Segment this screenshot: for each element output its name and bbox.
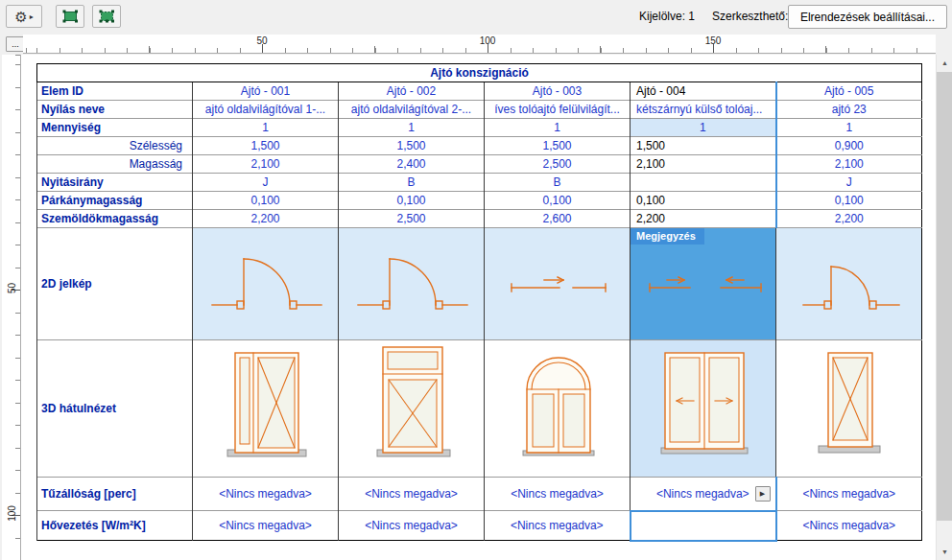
table-cell[interactable]: 2,100 (193, 155, 339, 174)
cell-value: <Nincs megadva> (656, 487, 750, 501)
table-cell[interactable]: B (485, 174, 631, 192)
table-cell[interactable]: <Nincs megadva> (193, 511, 339, 541)
table-cell[interactable]: <Nincs megadva> (485, 478, 631, 511)
table-cell[interactable]: 2,400 (339, 155, 485, 174)
table-cell-selected[interactable]: 1,500 (631, 137, 776, 155)
row-label-opening-name: Nyílás neve (37, 101, 193, 119)
table-cell-selected[interactable]: <Nincs megadva> ▶ (631, 478, 776, 511)
3d-view-cell[interactable] (193, 340, 339, 478)
table-cell[interactable]: 0,100 (776, 192, 922, 210)
settings-gear-button[interactable]: ⚙ ▸ (6, 5, 42, 28)
table-row: Mennyiség 1 1 1 1 1 (37, 119, 922, 137)
table-cell[interactable]: 2,200 (193, 210, 339, 228)
toolbar: ⚙ ▸ Kijelölve: 1 Szerkeszthető: 1 Elrend… (0, 0, 952, 33)
table-cell[interactable]: 0,100 (193, 192, 339, 210)
scroll-up-icon: ▲ (941, 59, 948, 66)
table-cell[interactable]: Ajtó - 002 (339, 82, 485, 101)
table-cell[interactable]: 1 (193, 119, 339, 137)
table-cell[interactable]: ajtó oldalvilágítóval 1-... (193, 101, 339, 119)
table-cell-selected[interactable]: 1 (631, 119, 776, 137)
table-cell[interactable]: Ajtó - 001 (193, 82, 339, 101)
3d-view-cell[interactable] (339, 340, 485, 478)
schedule-canvas[interactable]: Ajtó konszignáció Elem ID Ajtó - 001 Ajt… (21, 55, 936, 560)
table-cell[interactable]: 1 (776, 119, 922, 137)
table-cell[interactable]: íves tolóajtó felülvilágít... (485, 101, 631, 119)
table-row: Nyitásirány J B B J (37, 174, 922, 192)
layout-settings-button[interactable]: Elrendezések beállításai... (788, 5, 947, 29)
ruler-minor-ticks (23, 48, 936, 53)
table-cell[interactable]: 1,500 (485, 137, 631, 155)
table-cell[interactable]: ajtó oldalvilágítóval 2-... (339, 101, 485, 119)
gear-icon: ⚙ (14, 10, 27, 24)
table-cell[interactable]: <Nincs megadva> (339, 478, 485, 511)
table-cell-selected[interactable]: 0,100 (631, 192, 776, 210)
table-cell[interactable]: <Nincs megadva> (485, 511, 631, 541)
2d-symbol-cell[interactable] (193, 228, 339, 340)
comment-tag[interactable]: Megjegyzés (631, 228, 704, 245)
scroll-down-button[interactable]: ▼ (937, 544, 952, 560)
ruler-mark-50: 50 (256, 35, 267, 46)
table-cell[interactable]: 1,500 (339, 137, 485, 155)
table-row: Szélesség 1,500 1,500 1,500 1,500 0,900 (37, 137, 922, 155)
table-cell[interactable]: 2,200 (776, 210, 922, 228)
3d-view-cell[interactable] (485, 340, 631, 478)
table-row-2d: 2D jelkép (37, 228, 922, 340)
table-cell[interactable]: <Nincs megadva> (776, 478, 922, 511)
table-cell[interactable]: J (776, 174, 922, 192)
row-label-width: Szélesség (37, 137, 193, 155)
table-cell[interactable]: 1 (485, 119, 631, 137)
table-cell-selected[interactable]: kétszárnyú külső tolóaj... (631, 101, 776, 119)
editable-count-label: Szerkeszthető: 1 (712, 10, 797, 23)
edit-selection-button[interactable] (92, 5, 121, 28)
2d-symbol-cell[interactable] (776, 228, 922, 340)
table-cell-editing[interactable] (631, 511, 776, 541)
3d-view-cell-selected[interactable] (631, 340, 776, 478)
table-cell[interactable]: <Nincs megadva> (339, 511, 485, 541)
table-cell[interactable]: 2,600 (485, 210, 631, 228)
polygon-edit-icon (99, 10, 115, 23)
2d-symbol-cell[interactable] (339, 228, 485, 340)
table-cell[interactable]: 1 (339, 119, 485, 137)
table-cell-selected[interactable]: 2,200 (631, 210, 776, 228)
table-cell[interactable]: 2,100 (776, 155, 922, 174)
3d-view-cell[interactable] (776, 340, 922, 478)
expand-options-button[interactable]: ▶ (755, 486, 771, 502)
table-cell[interactable]: 2,500 (339, 210, 485, 228)
table-cell-selected[interactable] (631, 174, 776, 192)
ruler-mark-v100: 100 (7, 504, 17, 524)
table-cell[interactable]: J (193, 174, 339, 192)
ruler-mark-100: 100 (480, 35, 496, 46)
2d-double-sliding-door-icon (634, 236, 776, 339)
ruler-options-button[interactable]: ... (6, 36, 25, 52)
table-cell[interactable]: B (339, 174, 485, 192)
table-cell[interactable]: 0,900 (776, 137, 922, 155)
table-cell-selected[interactable]: Ajtó - 004 (631, 82, 776, 101)
scroll-up-button[interactable]: ▲ (937, 55, 952, 71)
2d-symbol-cell-selected[interactable]: Megjegyzés (631, 228, 776, 340)
table-cell[interactable]: 1,500 (193, 137, 339, 155)
table-cell-selected[interactable]: 2,100 (631, 155, 776, 174)
2d-swing-door-icon (780, 232, 922, 336)
row-label-elem-id: Elem ID (37, 82, 193, 101)
table-cell[interactable]: 2,500 (485, 155, 631, 174)
table-row: Ajtó konszignáció (37, 64, 922, 82)
2d-symbol-cell[interactable] (485, 228, 631, 340)
table-row: Magasság 2,100 2,400 2,500 2,100 2,100 (37, 155, 922, 174)
door-schedule-table: Ajtó konszignáció Elem ID Ajtó - 001 Ajt… (36, 63, 922, 542)
table-cell[interactable]: 0,100 (485, 192, 631, 210)
ruler-mark-v50: 50 (7, 279, 17, 298)
table-cell[interactable]: 0,100 (339, 192, 485, 210)
table-cell[interactable]: <Nincs megadva> (193, 478, 339, 511)
table-cell[interactable]: Ajtó - 005 (776, 82, 922, 101)
table-cell[interactable]: Ajtó - 003 (485, 82, 631, 101)
select-marquee-button[interactable] (56, 5, 84, 28)
table-row: Elem ID Ajtó - 001 Ajtó - 002 Ajtó - 003… (37, 82, 922, 101)
table-cell[interactable]: <Nincs megadva> (776, 511, 922, 541)
table-row: Tűzállóság [perc] <Nincs megadva> <Nincs… (37, 478, 922, 511)
3d-double-sliding-door-icon (634, 341, 776, 476)
scrollbar-thumb[interactable] (937, 72, 952, 521)
vertical-scrollbar[interactable]: ▲ ▼ (936, 55, 952, 560)
table-cell[interactable]: ajtó 23 (776, 101, 922, 119)
3d-door-sidelight-icon (197, 341, 339, 476)
2d-sliding-door-icon (488, 232, 631, 336)
